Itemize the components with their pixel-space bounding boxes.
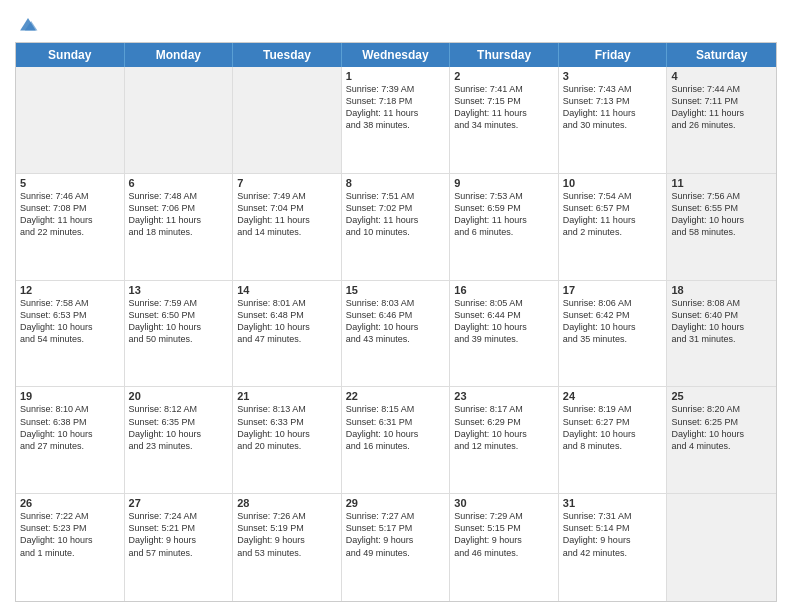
cell-text: Sunrise: 8:15 AM Sunset: 6:31 PM Dayligh… <box>346 403 446 452</box>
cell-text: Sunrise: 8:17 AM Sunset: 6:29 PM Dayligh… <box>454 403 554 452</box>
cell-text: Sunrise: 8:05 AM Sunset: 6:44 PM Dayligh… <box>454 297 554 346</box>
calendar-cell-20: 20Sunrise: 8:12 AM Sunset: 6:35 PM Dayli… <box>125 387 234 493</box>
calendar-cell-17: 17Sunrise: 8:06 AM Sunset: 6:42 PM Dayli… <box>559 281 668 387</box>
cell-text: Sunrise: 7:41 AM Sunset: 7:15 PM Dayligh… <box>454 83 554 132</box>
cell-text: Sunrise: 8:01 AM Sunset: 6:48 PM Dayligh… <box>237 297 337 346</box>
day-number: 4 <box>671 70 772 82</box>
day-number: 30 <box>454 497 554 509</box>
header <box>15 10 777 36</box>
cell-text: Sunrise: 7:46 AM Sunset: 7:08 PM Dayligh… <box>20 190 120 239</box>
day-number: 17 <box>563 284 663 296</box>
header-day-wednesday: Wednesday <box>342 43 451 67</box>
day-number: 23 <box>454 390 554 402</box>
day-number: 1 <box>346 70 446 82</box>
calendar-cell-2: 2Sunrise: 7:41 AM Sunset: 7:15 PM Daylig… <box>450 67 559 173</box>
cell-text: Sunrise: 8:03 AM Sunset: 6:46 PM Dayligh… <box>346 297 446 346</box>
calendar-cell-26: 26Sunrise: 7:22 AM Sunset: 5:23 PM Dayli… <box>16 494 125 601</box>
calendar-cell-9: 9Sunrise: 7:53 AM Sunset: 6:59 PM Daylig… <box>450 174 559 280</box>
calendar-cell-21: 21Sunrise: 8:13 AM Sunset: 6:33 PM Dayli… <box>233 387 342 493</box>
cell-text: Sunrise: 7:51 AM Sunset: 7:02 PM Dayligh… <box>346 190 446 239</box>
cell-text: Sunrise: 7:53 AM Sunset: 6:59 PM Dayligh… <box>454 190 554 239</box>
calendar-cell-5: 5Sunrise: 7:46 AM Sunset: 7:08 PM Daylig… <box>16 174 125 280</box>
calendar-cell-1: 1Sunrise: 7:39 AM Sunset: 7:18 PM Daylig… <box>342 67 451 173</box>
calendar-cell-empty-w0c0 <box>16 67 125 173</box>
day-number: 26 <box>20 497 120 509</box>
day-number: 3 <box>563 70 663 82</box>
cell-text: Sunrise: 7:56 AM Sunset: 6:55 PM Dayligh… <box>671 190 772 239</box>
calendar-cell-empty-w4c6 <box>667 494 776 601</box>
header-day-saturday: Saturday <box>667 43 776 67</box>
calendar-cell-30: 30Sunrise: 7:29 AM Sunset: 5:15 PM Dayli… <box>450 494 559 601</box>
calendar-cell-6: 6Sunrise: 7:48 AM Sunset: 7:06 PM Daylig… <box>125 174 234 280</box>
cell-text: Sunrise: 8:08 AM Sunset: 6:40 PM Dayligh… <box>671 297 772 346</box>
calendar-cell-11: 11Sunrise: 7:56 AM Sunset: 6:55 PM Dayli… <box>667 174 776 280</box>
calendar-cell-10: 10Sunrise: 7:54 AM Sunset: 6:57 PM Dayli… <box>559 174 668 280</box>
cell-text: Sunrise: 7:48 AM Sunset: 7:06 PM Dayligh… <box>129 190 229 239</box>
calendar-cell-24: 24Sunrise: 8:19 AM Sunset: 6:27 PM Dayli… <box>559 387 668 493</box>
calendar-cell-18: 18Sunrise: 8:08 AM Sunset: 6:40 PM Dayli… <box>667 281 776 387</box>
day-number: 19 <box>20 390 120 402</box>
cell-text: Sunrise: 8:13 AM Sunset: 6:33 PM Dayligh… <box>237 403 337 452</box>
cell-text: Sunrise: 8:12 AM Sunset: 6:35 PM Dayligh… <box>129 403 229 452</box>
day-number: 28 <box>237 497 337 509</box>
header-day-monday: Monday <box>125 43 234 67</box>
cell-text: Sunrise: 7:29 AM Sunset: 5:15 PM Dayligh… <box>454 510 554 559</box>
header-day-friday: Friday <box>559 43 668 67</box>
day-number: 24 <box>563 390 663 402</box>
calendar-row-1: 1Sunrise: 7:39 AM Sunset: 7:18 PM Daylig… <box>16 67 776 174</box>
calendar-cell-28: 28Sunrise: 7:26 AM Sunset: 5:19 PM Dayli… <box>233 494 342 601</box>
day-number: 21 <box>237 390 337 402</box>
day-number: 25 <box>671 390 772 402</box>
logo <box>15 14 39 36</box>
calendar-cell-4: 4Sunrise: 7:44 AM Sunset: 7:11 PM Daylig… <box>667 67 776 173</box>
calendar-row-4: 19Sunrise: 8:10 AM Sunset: 6:38 PM Dayli… <box>16 387 776 494</box>
calendar: SundayMondayTuesdayWednesdayThursdayFrid… <box>15 42 777 602</box>
cell-text: Sunrise: 8:20 AM Sunset: 6:25 PM Dayligh… <box>671 403 772 452</box>
cell-text: Sunrise: 7:22 AM Sunset: 5:23 PM Dayligh… <box>20 510 120 559</box>
day-number: 6 <box>129 177 229 189</box>
day-number: 20 <box>129 390 229 402</box>
calendar-cell-25: 25Sunrise: 8:20 AM Sunset: 6:25 PM Dayli… <box>667 387 776 493</box>
day-number: 9 <box>454 177 554 189</box>
calendar-body: 1Sunrise: 7:39 AM Sunset: 7:18 PM Daylig… <box>16 67 776 601</box>
day-number: 7 <box>237 177 337 189</box>
day-number: 10 <box>563 177 663 189</box>
calendar-row-3: 12Sunrise: 7:58 AM Sunset: 6:53 PM Dayli… <box>16 281 776 388</box>
calendar-cell-16: 16Sunrise: 8:05 AM Sunset: 6:44 PM Dayli… <box>450 281 559 387</box>
day-number: 11 <box>671 177 772 189</box>
logo-icon <box>17 14 39 36</box>
calendar-cell-3: 3Sunrise: 7:43 AM Sunset: 7:13 PM Daylig… <box>559 67 668 173</box>
calendar-cell-empty-w0c2 <box>233 67 342 173</box>
day-number: 31 <box>563 497 663 509</box>
cell-text: Sunrise: 8:10 AM Sunset: 6:38 PM Dayligh… <box>20 403 120 452</box>
cell-text: Sunrise: 7:26 AM Sunset: 5:19 PM Dayligh… <box>237 510 337 559</box>
calendar-cell-13: 13Sunrise: 7:59 AM Sunset: 6:50 PM Dayli… <box>125 281 234 387</box>
calendar-row-5: 26Sunrise: 7:22 AM Sunset: 5:23 PM Dayli… <box>16 494 776 601</box>
header-day-thursday: Thursday <box>450 43 559 67</box>
cell-text: Sunrise: 8:19 AM Sunset: 6:27 PM Dayligh… <box>563 403 663 452</box>
page: SundayMondayTuesdayWednesdayThursdayFrid… <box>0 0 792 612</box>
day-number: 12 <box>20 284 120 296</box>
day-number: 16 <box>454 284 554 296</box>
cell-text: Sunrise: 7:58 AM Sunset: 6:53 PM Dayligh… <box>20 297 120 346</box>
calendar-cell-31: 31Sunrise: 7:31 AM Sunset: 5:14 PM Dayli… <box>559 494 668 601</box>
calendar-cell-14: 14Sunrise: 8:01 AM Sunset: 6:48 PM Dayli… <box>233 281 342 387</box>
day-number: 29 <box>346 497 446 509</box>
header-day-sunday: Sunday <box>16 43 125 67</box>
cell-text: Sunrise: 7:27 AM Sunset: 5:17 PM Dayligh… <box>346 510 446 559</box>
calendar-cell-15: 15Sunrise: 8:03 AM Sunset: 6:46 PM Dayli… <box>342 281 451 387</box>
cell-text: Sunrise: 7:44 AM Sunset: 7:11 PM Dayligh… <box>671 83 772 132</box>
calendar-cell-empty-w0c1 <box>125 67 234 173</box>
cell-text: Sunrise: 7:39 AM Sunset: 7:18 PM Dayligh… <box>346 83 446 132</box>
cell-text: Sunrise: 7:54 AM Sunset: 6:57 PM Dayligh… <box>563 190 663 239</box>
calendar-cell-23: 23Sunrise: 8:17 AM Sunset: 6:29 PM Dayli… <box>450 387 559 493</box>
day-number: 2 <box>454 70 554 82</box>
cell-text: Sunrise: 7:59 AM Sunset: 6:50 PM Dayligh… <box>129 297 229 346</box>
calendar-cell-12: 12Sunrise: 7:58 AM Sunset: 6:53 PM Dayli… <box>16 281 125 387</box>
cell-text: Sunrise: 7:43 AM Sunset: 7:13 PM Dayligh… <box>563 83 663 132</box>
day-number: 5 <box>20 177 120 189</box>
day-number: 27 <box>129 497 229 509</box>
day-number: 18 <box>671 284 772 296</box>
calendar-header: SundayMondayTuesdayWednesdayThursdayFrid… <box>16 43 776 67</box>
day-number: 13 <box>129 284 229 296</box>
